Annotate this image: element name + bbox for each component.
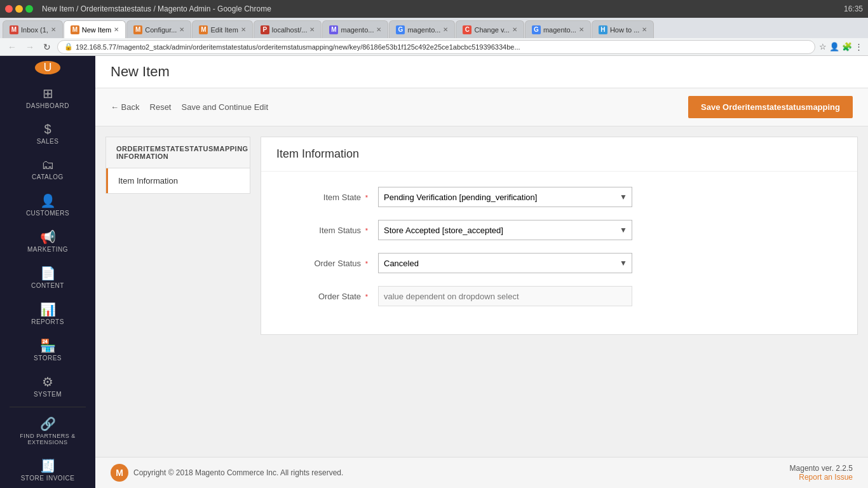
- action-bar: ← Back Reset Save and Continue Edit Save…: [95, 88, 868, 126]
- field-row-order-status: Order Status * Canceled Pending Processi…: [276, 253, 842, 273]
- sidebar-label-reports: REPORTS: [31, 318, 64, 325]
- tab-edit-item[interactable]: M Edit Item ✕: [192, 20, 252, 38]
- form-content: Item Information Item State *: [261, 126, 868, 457]
- sidebar-item-customers[interactable]: 👤 CUSTOMERS: [0, 187, 95, 223]
- sidebar-item-marketing[interactable]: 📢 MARKETING: [0, 223, 95, 259]
- magento-logo-icon: M: [111, 464, 128, 482]
- sidebar-item-stores[interactable]: 🏪 STORES: [0, 332, 95, 368]
- item-status-label: Item Status *: [276, 226, 378, 235]
- sidebar-item-store-invoice[interactable]: 🧾 STORE INVOICE: [0, 452, 95, 488]
- stores-icon: 🏪: [40, 338, 56, 353]
- tab-close-config[interactable]: ✕: [179, 26, 184, 33]
- back-nav-btn[interactable]: ←: [5, 41, 19, 53]
- order-state-input[interactable]: [378, 286, 632, 306]
- form-nav-item-information[interactable]: Item Information: [106, 168, 250, 193]
- tab-close-change[interactable]: ✕: [512, 26, 517, 33]
- form-fields: Item State * Pending Verification [pendi…: [261, 172, 857, 334]
- tab-close-google2[interactable]: ✕: [579, 26, 584, 33]
- catalog-icon: 🗂: [41, 158, 54, 172]
- tab-magento1[interactable]: M magento... ✕: [322, 20, 388, 38]
- tab-localhost[interactable]: P localhost/... ✕: [254, 20, 322, 38]
- order-state-control: [378, 286, 632, 306]
- tabs-bar: M Inbox (1, ✕ M New Item ✕ M Configur...…: [0, 18, 868, 38]
- item-status-select[interactable]: Store Accepted [store_accepted] Store Re…: [378, 220, 632, 240]
- sidebar-label-sales: SALES: [37, 138, 59, 145]
- tab-label-google1: magento...: [407, 26, 440, 34]
- footer-right: Magento ver. 2.2.5 Report an Issue: [790, 464, 853, 482]
- tab-close-magento1[interactable]: ✕: [376, 26, 381, 33]
- item-state-select[interactable]: Pending Verification [pending_verificati…: [378, 187, 632, 207]
- sidebar-item-partners[interactable]: 🔗 FIND PARTNERS & EXTENSIONS: [0, 410, 95, 452]
- tab-gmail[interactable]: M Inbox (1, ✕: [3, 20, 63, 38]
- sidebar-label-customers: CUSTOMERS: [26, 210, 69, 217]
- window-close-btn[interactable]: [5, 5, 13, 13]
- sidebar-item-sales[interactable]: $ SALES: [0, 116, 95, 151]
- lock-icon: 🔒: [64, 43, 73, 51]
- tab-close-gmail[interactable]: ✕: [51, 26, 56, 33]
- sidebar-item-reports[interactable]: 📊 REPORTS: [0, 295, 95, 332]
- menu-btn[interactable]: ⋮: [855, 42, 863, 51]
- order-state-required: *: [365, 293, 368, 301]
- tab-change[interactable]: C Change v... ✕: [456, 20, 524, 38]
- reset-button[interactable]: Reset: [150, 102, 172, 112]
- item-state-select-wrapper: Pending Verification [pending_verificati…: [378, 187, 632, 207]
- item-status-select-wrapper: Store Accepted [store_accepted] Store Re…: [378, 220, 632, 240]
- tab-config[interactable]: M Configur... ✕: [126, 20, 191, 38]
- customers-icon: 👤: [40, 193, 56, 208]
- tab-close-howto[interactable]: ✕: [642, 26, 647, 33]
- tab-google2[interactable]: G magento... ✕: [525, 20, 591, 38]
- tab-new-item[interactable]: M New Item ✕: [64, 20, 126, 38]
- form-nav-box: ORDERITEMSTATESTATUSMAPPING INFORMATION …: [105, 137, 250, 194]
- order-status-control: Canceled Pending Processing Complete Clo…: [378, 253, 632, 273]
- tab-close-edit-item[interactable]: ✕: [241, 26, 246, 33]
- user-avatar[interactable]: U: [35, 61, 60, 74]
- content-icon: 📄: [40, 266, 56, 281]
- form-nav-item-label: Item Information: [118, 176, 178, 186]
- tab-close-new-item[interactable]: ✕: [114, 26, 119, 33]
- new-item-tab-icon: M: [71, 25, 79, 34]
- tab-label-localhost: localhost/...: [272, 26, 308, 34]
- form-nav-header: ORDERITEMSTATESTATUSMAPPING INFORMATION: [106, 137, 250, 168]
- url-bar[interactable]: 🔒 192.168.5.77/magento2_stack/admin/orde…: [57, 40, 815, 54]
- sidebar-item-content[interactable]: 📄 CONTENT: [0, 259, 95, 295]
- save-continue-button[interactable]: Save and Continue Edit: [181, 102, 268, 112]
- item-state-label-text: Item State: [323, 193, 361, 202]
- order-status-select[interactable]: Canceled Pending Processing Complete Clo…: [378, 253, 632, 273]
- item-status-control: Store Accepted [store_accepted] Store Re…: [378, 220, 632, 240]
- marketing-icon: 📢: [40, 229, 56, 245]
- item-state-control: Pending Verification [pending_verificati…: [378, 187, 632, 207]
- sidebar-label-store-invoice: STORE INVOICE: [21, 475, 75, 482]
- tab-label-config: Configur...: [145, 26, 177, 34]
- order-status-select-wrapper: Canceled Pending Processing Complete Clo…: [378, 253, 632, 273]
- extensions-btn[interactable]: 🧩: [842, 42, 852, 51]
- window-max-btn[interactable]: [25, 5, 33, 13]
- order-state-label: Order State *: [276, 292, 378, 301]
- localhost-tab-icon: P: [261, 25, 269, 34]
- page-header: New Item: [95, 56, 868, 88]
- item-status-label-text: Item Status: [319, 226, 361, 235]
- tab-close-localhost[interactable]: ✕: [309, 26, 315, 33]
- tab-label-magento1: magento...: [341, 26, 374, 34]
- page-title: New Item: [111, 64, 853, 80]
- tab-google1[interactable]: G magento... ✕: [389, 20, 455, 38]
- save-primary-button[interactable]: Save Orderitemstatestatusmapping: [688, 96, 853, 118]
- tab-label-edit-item: Edit Item: [210, 26, 238, 34]
- refresh-nav-btn[interactable]: ↻: [41, 41, 53, 53]
- sidebar-item-catalog[interactable]: 🗂 CATALOG: [0, 151, 95, 187]
- bookmark-btn[interactable]: ☆: [819, 42, 827, 51]
- field-row-item-status: Item Status * Store Accepted [store_acce…: [276, 220, 842, 240]
- sidebar-item-system[interactable]: ⚙ SYSTEM: [0, 368, 95, 404]
- tab-close-google1[interactable]: ✕: [443, 26, 448, 33]
- config-tab-icon: M: [133, 25, 142, 34]
- sidebar-item-dashboard[interactable]: ⊞ DASHBOARD: [0, 79, 95, 116]
- back-button[interactable]: ← Back: [111, 102, 140, 112]
- forward-nav-btn[interactable]: →: [23, 41, 37, 53]
- report-issue-link[interactable]: Report an Issue: [799, 473, 853, 482]
- tab-howto[interactable]: H How to ... ✕: [592, 20, 654, 38]
- window-min-btn[interactable]: [15, 5, 23, 13]
- sidebar-label-stores: STORES: [34, 355, 62, 362]
- profile-btn[interactable]: 👤: [829, 42, 839, 51]
- title-bar-right: 16:35: [844, 4, 863, 13]
- url-text: 192.168.5.77/magento2_stack/admin/orderi…: [76, 43, 520, 51]
- field-row-order-state: Order State *: [276, 286, 842, 306]
